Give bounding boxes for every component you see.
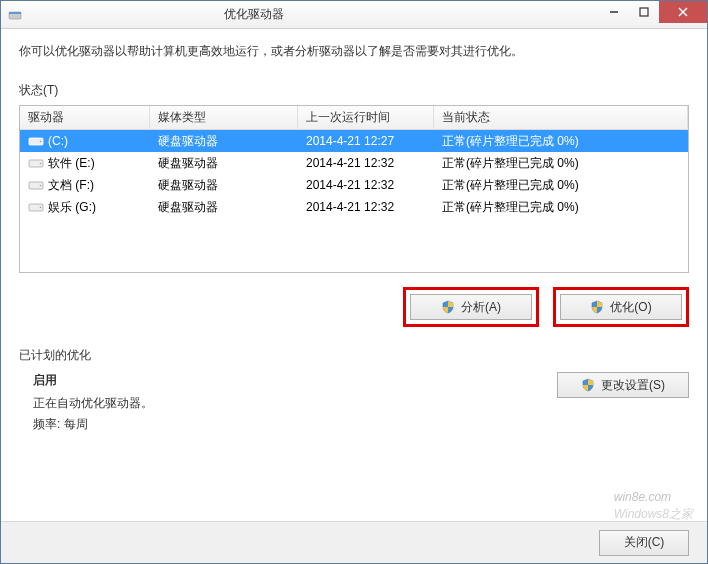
titlebar: 优化驱动器 [1,1,707,29]
change-settings-label: 更改设置(S) [601,377,665,394]
table-row[interactable]: 娱乐 (G:)硬盘驱动器2014-4-21 12:32正常(碎片整理已完成 0%… [20,196,688,218]
maximize-button[interactable] [629,1,659,23]
close-label: 关闭(C) [624,534,665,551]
drive-name: 娱乐 (G:) [48,199,96,216]
app-icon [7,7,23,23]
close-dialog-button[interactable]: 关闭(C) [599,530,689,556]
change-settings-button[interactable]: 更改设置(S) [557,372,689,398]
highlight-optimize: 优化(O) [553,287,689,327]
drive-name: (C:) [48,134,68,148]
svg-point-9 [40,163,42,165]
drive-lastrun: 2014-4-21 12:27 [298,132,434,150]
drive-list: 驱动器 媒体类型 上一次运行时间 当前状态 (C:)硬盘驱动器2014-4-21… [19,105,689,273]
analyze-button[interactable]: 分析(A) [410,294,532,320]
schedule-frequency-value: 每周 [64,417,88,431]
watermark: win8e.com Windows8之家 [614,485,693,523]
drive-icon [28,135,44,147]
svg-point-13 [40,207,42,209]
drive-media: 硬盘驱动器 [150,131,298,152]
minimize-button[interactable] [599,1,629,23]
schedule-frequency: 频率: 每周 [33,416,153,433]
table-row[interactable]: 软件 (E:)硬盘驱动器2014-4-21 12:32正常(碎片整理已完成 0%… [20,152,688,174]
watermark-main: win8e [614,490,645,504]
analyze-label: 分析(A) [461,299,501,316]
table-row[interactable]: (C:)硬盘驱动器2014-4-21 12:27正常(碎片整理已完成 0%) [20,130,688,152]
column-header-status[interactable]: 当前状态 [434,105,688,130]
schedule-enabled-label: 启用 [33,372,153,389]
drive-status: 正常(碎片整理已完成 0%) [434,131,688,152]
drive-lastrun: 2014-4-21 12:32 [298,154,434,172]
status-section-label: 状态(T) [19,82,689,99]
drive-status: 正常(碎片整理已完成 0%) [434,197,688,218]
drive-icon [28,179,44,191]
table-row[interactable]: 文档 (F:)硬盘驱动器2014-4-21 12:32正常(碎片整理已完成 0%… [20,174,688,196]
drive-status: 正常(碎片整理已完成 0%) [434,175,688,196]
optimize-label: 优化(O) [610,299,651,316]
schedule-status-line: 正在自动优化驱动器。 [33,395,153,412]
drive-name: 软件 (E:) [48,155,95,172]
window-title: 优化驱动器 [29,6,599,23]
shield-icon [581,378,595,392]
svg-point-7 [40,141,42,143]
close-button[interactable] [659,1,707,23]
schedule-info: 启用 正在自动优化驱动器。 频率: 每周 [19,372,153,437]
shield-icon [590,300,604,314]
svg-rect-3 [640,8,648,16]
highlight-analyze: 分析(A) [403,287,539,327]
drive-icon [28,157,44,169]
drive-media: 硬盘驱动器 [150,175,298,196]
drive-status: 正常(碎片整理已完成 0%) [434,153,688,174]
window-controls [599,1,707,28]
drive-lastrun: 2014-4-21 12:32 [298,198,434,216]
drive-icon [28,201,44,213]
footer: 关闭(C) [1,521,707,563]
drive-name: 文档 (F:) [48,177,94,194]
watermark-suffix: .com [645,490,671,504]
drive-media: 硬盘驱动器 [150,153,298,174]
svg-rect-1 [9,12,21,14]
column-header-lastrun[interactable]: 上一次运行时间 [298,105,434,130]
column-header-drive[interactable]: 驱动器 [20,105,150,130]
description-text: 你可以优化驱动器以帮助计算机更高效地运行，或者分析驱动器以了解是否需要对其进行优… [19,43,689,60]
schedule-frequency-label: 频率: [33,417,60,431]
drive-lastrun: 2014-4-21 12:32 [298,176,434,194]
list-header: 驱动器 媒体类型 上一次运行时间 当前状态 [20,106,688,130]
shield-icon [441,300,455,314]
svg-point-11 [40,185,42,187]
schedule-section-label: 已计划的优化 [19,347,689,364]
column-header-media[interactable]: 媒体类型 [150,105,298,130]
optimize-button[interactable]: 优化(O) [560,294,682,320]
drive-media: 硬盘驱动器 [150,197,298,218]
